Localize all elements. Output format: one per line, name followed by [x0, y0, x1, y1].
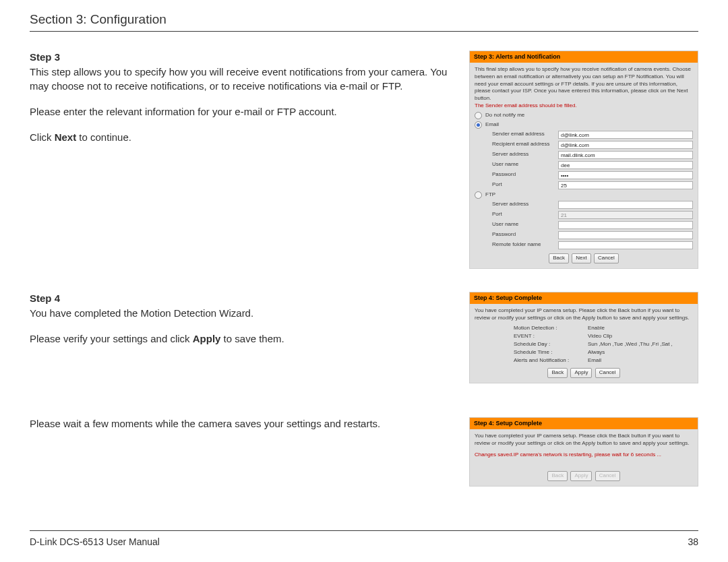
- next-button[interactable]: Next: [572, 253, 590, 263]
- panel3-buttons: Back Apply Cancel: [475, 471, 693, 481]
- summary-time-value: Always: [588, 349, 605, 356]
- server-input[interactable]: mail.dlink.com: [558, 151, 693, 159]
- wizard-panel-alerts: Step 3: Alerts and Notification This fin…: [469, 51, 698, 269]
- page-footer: D-Link DCS-6513 User Manual 38: [30, 530, 698, 547]
- ftp-port-input[interactable]: 21: [558, 211, 693, 219]
- step3-bold-next: Next: [55, 131, 77, 143]
- option-email-label: Email: [485, 121, 499, 129]
- radio-icon: [475, 191, 482, 199]
- panel2-title: Step 4: Setup Complete: [470, 292, 698, 304]
- option-none-label: Do not notify me: [485, 112, 524, 119]
- step4-text: Step 4 You have completed the Motion Det…: [30, 292, 452, 346]
- ftp-server-label: Server address: [492, 201, 558, 208]
- panel2-buttons: Back Apply Cancel: [475, 368, 693, 378]
- apply-button[interactable]: Apply: [570, 368, 592, 378]
- step3-p3a: Click: [30, 131, 55, 143]
- email-fields: Sender email addressd@link.com Recipient…: [492, 131, 693, 189]
- step4-p1: You have completed the Motion Detection …: [30, 307, 253, 319]
- ftp-folder-input[interactable]: [558, 241, 693, 249]
- step4-row: Step 4 You have completed the Motion Det…: [30, 292, 698, 384]
- summary-alerts-value: Email: [588, 357, 601, 365]
- step3-p3c: to continue.: [76, 131, 131, 143]
- step4-restart-row: Please wait a few moments while the came…: [30, 417, 698, 486]
- summary-alerts-label: Alerts and Notification :: [514, 357, 588, 365]
- summary-md-value: Enable: [588, 325, 605, 332]
- ftp-pass-label: Password: [492, 231, 558, 239]
- step4-bold-apply: Apply: [193, 333, 221, 344]
- cancel-button[interactable]: Cancel: [594, 253, 619, 263]
- user-input[interactable]: dee: [558, 161, 693, 169]
- recipient-input[interactable]: d@link.com: [558, 141, 693, 149]
- radio-checked-icon: [475, 121, 482, 129]
- ftp-user-input[interactable]: [558, 221, 693, 229]
- port-label: Port: [492, 181, 558, 189]
- panel1-buttons: Back Next Cancel: [475, 253, 693, 263]
- back-button[interactable]: Back: [549, 253, 569, 263]
- cancel-button: Cancel: [595, 471, 620, 481]
- option-email[interactable]: Email: [475, 121, 693, 129]
- summary-day-value: Sun ,Mon ,Tue ,Wed ,Thu ,Fri ,Sat ,: [588, 341, 673, 348]
- step4-restart-text: Please wait a few moments while the came…: [30, 417, 452, 431]
- summary-md-label: Motion Detection :: [514, 325, 588, 332]
- summary-event-label: EVENT :: [514, 333, 588, 340]
- panel3-intro: You have completed your IP camera setup.…: [475, 433, 693, 447]
- cancel-button[interactable]: Cancel: [595, 368, 620, 378]
- step3-text: Step 3 This step allows you to specify h…: [30, 51, 452, 144]
- ftp-folder-label: Remote folder name: [492, 241, 558, 249]
- page: Section 3: Configuration Step 3 This ste…: [0, 0, 728, 562]
- panel1-warning: The Sender email address should be fille…: [475, 102, 693, 110]
- user-label: User name: [492, 161, 558, 168]
- sender-label: Sender email address: [492, 131, 558, 138]
- summary-event-value: Video Clip: [588, 333, 612, 340]
- step4-p2c: to save them.: [220, 333, 284, 344]
- back-button: Back: [547, 471, 568, 481]
- footer-left: D-Link DCS-6513 User Manual: [30, 536, 160, 547]
- option-ftp[interactable]: FTP: [475, 191, 693, 199]
- page-number: 38: [688, 536, 698, 547]
- option-do-not-notify[interactable]: Do not notify me: [475, 112, 693, 119]
- server-label: Server address: [492, 151, 558, 158]
- panel1-title: Step 3: Alerts and Notification: [470, 51, 698, 63]
- panel3-title: Step 4: Setup Complete: [470, 418, 698, 429]
- apply-button: Apply: [570, 471, 592, 481]
- step3-row: Step 3 This step allows you to specify h…: [30, 51, 698, 269]
- step4-p3: Please wait a few moments while the came…: [30, 418, 380, 429]
- panel1-intro: This final step allows you to specify ho…: [475, 66, 693, 102]
- footer-rule: [30, 530, 698, 531]
- step4-label: Step 4: [30, 292, 452, 305]
- step4-p2a: Please verify your settings and click: [30, 333, 193, 344]
- panel3-restart-msg: Changes saved.IP camera's network is res…: [475, 451, 693, 459]
- ftp-port-label: Port: [492, 211, 558, 218]
- ftp-fields: Server address Port21 User name Password…: [492, 201, 693, 249]
- wizard-panel-restarting: Step 4: Setup Complete You have complete…: [469, 417, 698, 486]
- ftp-user-label: User name: [492, 221, 558, 228]
- pass-input[interactable]: ••••: [558, 171, 693, 179]
- summary-time-label: Schedule Time :: [514, 349, 588, 356]
- recipient-label: Recipient email address: [492, 141, 558, 148]
- sender-input[interactable]: d@link.com: [558, 131, 693, 139]
- panel2-intro: You have completed your IP camera setup.…: [475, 307, 693, 322]
- back-button[interactable]: Back: [547, 368, 568, 378]
- port-input[interactable]: 25: [558, 181, 693, 189]
- ftp-pass-input[interactable]: [558, 231, 693, 239]
- pass-label: Password: [492, 171, 558, 179]
- section-header: Section 3: Configuration: [30, 12, 698, 31]
- step3-label: Step 3: [30, 51, 452, 64]
- radio-icon: [475, 112, 482, 119]
- wizard-panel-complete: Step 4: Setup Complete You have complete…: [469, 292, 698, 384]
- header-rule: [30, 31, 698, 32]
- ftp-server-input[interactable]: [558, 201, 693, 209]
- step3-p2: Please enter the relevant information fo…: [30, 106, 337, 117]
- step3-p1: This step allows you to specify how you …: [30, 66, 447, 91]
- summary-day-label: Schedule Day :: [514, 341, 588, 348]
- option-ftp-label: FTP: [485, 191, 495, 199]
